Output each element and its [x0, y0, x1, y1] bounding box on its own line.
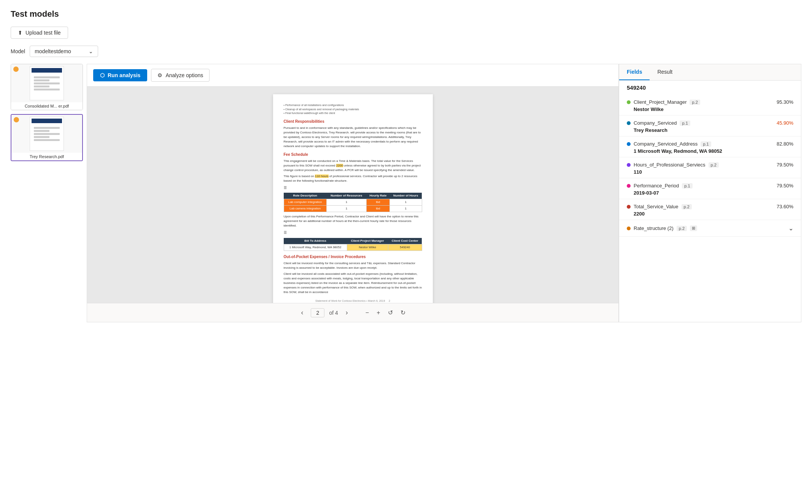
field-page: p.2 [682, 204, 692, 209]
table-header-rate: Hourly Rate [366, 193, 389, 199]
run-analysis-button[interactable]: ⬡ Run analysis [93, 69, 147, 81]
file-indicator-trey [14, 117, 19, 122]
field-item-total-service-value: Total_Service_Value p.2 73.60% 2200 [619, 199, 801, 220]
file-thumb-lines-trey [32, 125, 62, 143]
upload-test-file-button[interactable]: ⬆ Upload test file [11, 27, 68, 39]
doc-fee-table: Role Description Number of Resources Hou… [284, 193, 422, 212]
field-header: Client_Project_Manager p.2 95.30% [627, 99, 793, 105]
analyze-options-label: Analyze options [165, 72, 203, 78]
tab-result[interactable]: Result [650, 64, 680, 80]
reset-button[interactable]: ↻ [398, 307, 408, 318]
field-page: p.1 [680, 120, 690, 126]
thumb-line [34, 82, 60, 84]
doc-toolbar: ⬡ Run analysis ⚙ Analyze options [87, 64, 618, 87]
field-confidence: 73.60% [777, 204, 793, 209]
file-item-consolidated[interactable]: Consolidated M... er.pdf [11, 64, 83, 110]
field-item-company-serviced-address: Company_Serviced_Address p.1 82.80% 1 Mi… [619, 136, 801, 157]
field-header: Hours_of_Professional_Serviecs p.2 79.50… [627, 162, 793, 168]
field-id-row: 549240 [619, 81, 801, 95]
thumb-line [34, 89, 60, 90]
zoom-in-button[interactable]: + [374, 308, 382, 318]
doc-client-responsibilities-title: Client Responsibilities [284, 119, 422, 124]
field-dot [627, 163, 631, 167]
doc-table-icon-2: ☰ [284, 230, 422, 236]
field-header: Rate_structure (2) p.2 ⊞ ⌄ [627, 225, 793, 232]
table-row-1-hours: 1 [389, 199, 422, 206]
file-thumb-inner [30, 66, 64, 100]
file-item-trey[interactable]: Trey Research.pdf [11, 114, 83, 161]
field-chevron[interactable]: ⌄ [788, 225, 793, 232]
field-item-client-project-manager: Client_Project_Manager p.2 95.30% Nestor… [619, 95, 801, 116]
field-page: p.2 [690, 100, 700, 105]
field-name-row: Hours_of_Professional_Serviecs p.2 [627, 162, 719, 168]
doc-footer: ‹ 2 of 4 › − + ↺ ↻ [87, 303, 618, 322]
total-pages: of 4 [329, 310, 338, 316]
field-value: 1 Microsoft Way, Redmond, WA 98052 [627, 148, 793, 154]
doc-renewal-text: Upon completion of this Performance Peri… [284, 214, 422, 228]
field-name: Client_Project_Manager [634, 99, 686, 105]
field-header: Company_Serviced p.1 45.90% [627, 120, 793, 126]
page-number-input[interactable]: 2 [311, 308, 324, 317]
next-page-button[interactable]: › [343, 307, 351, 318]
field-name-row: Performance_Period p.1 [627, 183, 693, 189]
table-row-2-role: Lab camera integration [284, 206, 326, 212]
table-row-1-role: Lab computer integration [284, 199, 326, 206]
field-name: Company_Serviced [634, 120, 677, 126]
field-item-company-serviced: Company_Serviced p.1 45.90% Trey Researc… [619, 116, 801, 136]
field-page: p.2 [709, 162, 719, 168]
billing-header-manager: Client Project Manager [347, 238, 388, 244]
field-confidence: 95.30% [777, 99, 793, 105]
zoom-out-button[interactable]: − [363, 308, 371, 318]
field-name-row: Rate_structure (2) p.2 ⊞ [627, 225, 697, 231]
analyze-options-button[interactable]: ⚙ Analyze options [151, 69, 210, 82]
field-item-hours-professional-services: Hours_of_Professional_Serviecs p.2 79.50… [619, 157, 801, 178]
thumb-line [34, 79, 49, 81]
thumb-line [34, 76, 60, 78]
file-thumb-inner-trey [30, 117, 64, 151]
doc-fee-schedule-text1: This engagement will be conducted on a T… [284, 159, 422, 173]
field-header: Total_Service_Value p.2 73.60% [627, 204, 793, 209]
file-thumb-trey [11, 115, 82, 153]
file-name-consolidated: Consolidated M... er.pdf [11, 102, 83, 110]
field-item-rate-structure: Rate_structure (2) p.2 ⊞ ⌄ [619, 220, 801, 237]
doc-fee-schedule-title: Fee Schedule [284, 152, 422, 157]
field-id-value: 549240 [627, 84, 793, 91]
field-dot [627, 205, 631, 209]
field-dot [627, 142, 631, 146]
thumb-line [34, 127, 60, 129]
file-list: Consolidated M... er.pdf [11, 64, 87, 322]
field-value: 2019-03-07 [627, 190, 793, 196]
table-icon: ⊞ [690, 225, 697, 231]
table-header-role: Role Description [284, 193, 326, 199]
thumb-line [34, 133, 60, 135]
model-label: Model [11, 48, 25, 54]
doc-content[interactable]: • Performance of all installations and c… [87, 87, 618, 303]
field-confidence: 79.50% [777, 183, 793, 189]
tab-fields[interactable]: Fields [619, 64, 650, 80]
waveform-icon: ⬡ [100, 72, 105, 78]
billing-address: 1 Microsoft Way, Redmond, WA 98052 [284, 244, 347, 250]
upload-label: Upload test file [25, 30, 61, 36]
field-value: Nestor Wilke [627, 106, 793, 112]
field-dot [627, 121, 631, 125]
prev-page-button[interactable]: ‹ [298, 307, 306, 318]
fields-tabs: Fields Result [619, 64, 801, 81]
file-indicator [13, 67, 19, 72]
doc-out-of-pocket-title: Out-of-Pocket Expenses / Invoice Procedu… [284, 254, 422, 260]
main-layout: Consolidated M... er.pdf [11, 64, 801, 322]
thumb-line [34, 130, 49, 132]
field-item-performance-period: Performance_Period p.1 79.50% 2019-03-07 [619, 178, 801, 199]
field-page: p.1 [682, 183, 692, 189]
doc-fee-schedule-text2: This figure is based on 110 hours of pro… [284, 174, 422, 183]
model-dropdown[interactable]: modeltestdemo ⌄ [30, 46, 98, 57]
field-page: p.2 [677, 226, 687, 231]
field-header: Company_Serviced_Address p.1 82.80% [627, 141, 793, 147]
field-name: Rate_structure (2) [634, 225, 674, 231]
thumb-line [34, 86, 49, 87]
field-name-row: Company_Serviced_Address p.1 [627, 141, 711, 147]
doc-billing-table: Bill To Address Client Project Manager C… [284, 238, 422, 251]
options-icon: ⚙ [157, 72, 162, 78]
field-value: Trey Research [627, 127, 793, 133]
rotate-button[interactable]: ↺ [386, 307, 395, 318]
doc-intro-lines: • Performance of all installations and c… [284, 103, 422, 116]
